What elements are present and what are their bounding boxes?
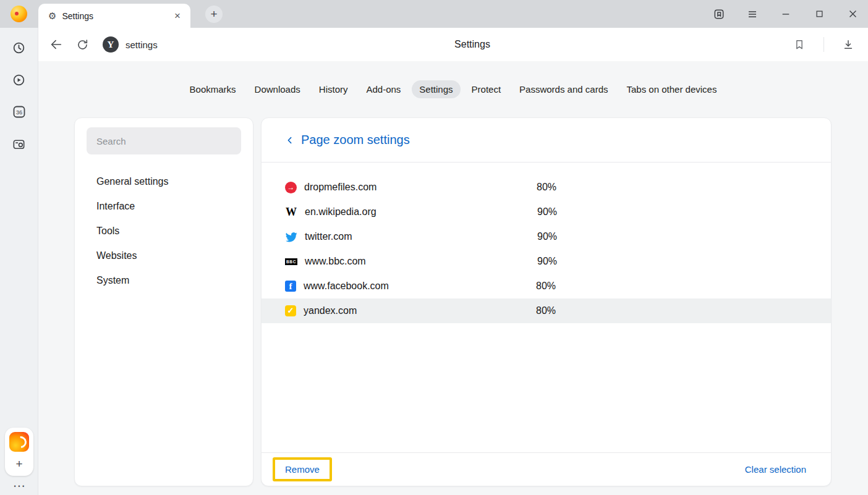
rail-more-icon[interactable]: ⋯ — [13, 481, 25, 490]
wikipedia-favicon: W — [285, 206, 297, 218]
toolbar-divider — [823, 37, 824, 52]
gear-icon: ⚙ — [48, 11, 56, 20]
panel-title: Page zoom settings — [301, 133, 410, 147]
selected-checkbox-icon: ✓ — [285, 305, 296, 316]
history-icon[interactable] — [7, 35, 32, 60]
settings-sections-panel: General settingsInterfaceToolsWebsitesSy… — [74, 117, 253, 486]
zoom-row-twitter-com[interactable]: twitter.com90% — [262, 224, 831, 249]
side-panel-icon[interactable] — [712, 7, 726, 21]
remove-button[interactable]: Remove — [285, 464, 320, 475]
settings-section-system[interactable]: System — [75, 268, 253, 293]
tab-strip: ⚙ Settings × + — [0, 0, 868, 28]
nav-tab-history[interactable]: History — [312, 80, 355, 98]
download-icon[interactable] — [839, 35, 857, 54]
rail-bottom-panel: + — [5, 428, 33, 476]
profile-avatar[interactable] — [11, 6, 27, 22]
zoom-value: 80% — [537, 182, 556, 193]
rail-add-icon[interactable]: + — [11, 456, 27, 472]
panel-header: Page zoom settings — [262, 118, 831, 163]
zoom-value: 80% — [536, 305, 556, 316]
clear-selection-button[interactable]: Clear selection — [745, 464, 806, 475]
site-name: www.facebook.com — [304, 281, 536, 292]
settings-nav-tabs: BookmarksDownloadsHistoryAdd-onsSettings… — [38, 80, 868, 98]
screenshot-icon[interactable] — [7, 132, 32, 156]
tab-close-icon[interactable]: × — [171, 9, 184, 23]
side-rail: 36 + ⋯ — [0, 28, 38, 495]
new-tab-button[interactable]: + — [205, 6, 223, 23]
settings-section-websites[interactable]: Websites — [75, 243, 253, 268]
video-icon[interactable] — [7, 67, 32, 92]
zoom-value: 90% — [537, 256, 557, 267]
site-name: twitter.com — [305, 231, 537, 242]
site-badge-icon: Y — [103, 36, 119, 53]
nav-tab-settings[interactable]: Settings — [412, 80, 460, 98]
settings-section-tools[interactable]: Tools — [75, 219, 253, 243]
nav-tab-downloads[interactable]: Downloads — [247, 80, 308, 98]
site-name: en.wikipedia.org — [305, 206, 537, 218]
site-name: dropmefiles.com — [304, 182, 537, 193]
svg-text:36: 36 — [15, 109, 22, 116]
menu-icon[interactable] — [746, 7, 759, 21]
settings-section-general-settings[interactable]: General settings — [75, 169, 253, 194]
zoom-value: 90% — [537, 206, 557, 218]
zoom-row-yandex-com[interactable]: ✓yandex.com80% — [262, 298, 831, 323]
reload-icon[interactable] — [73, 35, 91, 54]
browser-tab-settings[interactable]: ⚙ Settings × — [38, 4, 190, 28]
zoom-site-list: →dropmefiles.com80%Wen.wikipedia.org90%t… — [262, 163, 831, 323]
toolbar-page-title: Settings — [77, 28, 868, 61]
address-chip[interactable]: Y settings — [103, 36, 158, 53]
minimize-icon[interactable] — [779, 7, 793, 21]
zoom-value: 80% — [536, 281, 556, 292]
facebook-favicon: f — [285, 281, 296, 292]
back-to-websites-link[interactable]: Page zoom settings — [285, 133, 410, 147]
window-close-icon[interactable] — [846, 7, 859, 21]
remove-highlight-box: Remove — [273, 457, 332, 481]
maximize-icon[interactable] — [812, 7, 826, 21]
zoom-value: 90% — [537, 231, 557, 242]
dropmefiles-favicon: → — [285, 182, 297, 193]
bookmark-flag-icon[interactable] — [790, 35, 809, 54]
panel-footer: Remove Clear selection — [262, 452, 831, 486]
settings-page: BookmarksDownloadsHistoryAdd-onsSettings… — [38, 61, 868, 495]
nav-tab-tabs-on-other-devices[interactable]: Tabs on other devices — [619, 80, 725, 98]
tab-counter-icon[interactable]: 36 — [7, 99, 32, 124]
nav-tab-add-ons[interactable]: Add-ons — [359, 80, 408, 98]
nav-tab-protect[interactable]: Protect — [464, 80, 509, 98]
zoom-row-www-bbc-com[interactable]: BBCwww.bbc.com90% — [262, 249, 831, 274]
back-icon[interactable] — [47, 35, 66, 54]
search-input[interactable] — [87, 127, 241, 154]
tab-title: Settings — [62, 11, 171, 21]
chevron-left-icon — [285, 135, 295, 145]
twitter-favicon — [285, 231, 297, 243]
settings-section-interface[interactable]: Interface — [75, 194, 253, 219]
zoom-row-en-wikipedia-org[interactable]: Wen.wikipedia.org90% — [262, 200, 831, 224]
url-text: settings — [126, 40, 158, 50]
site-name: yandex.com — [304, 305, 536, 316]
nav-tab-bookmarks[interactable]: Bookmarks — [182, 80, 244, 98]
settings-section-list: General settingsInterfaceToolsWebsitesSy… — [75, 169, 253, 293]
browser-toolbar: Y settings Settings — [38, 28, 868, 61]
site-name: www.bbc.com — [305, 256, 537, 267]
bbc-favicon: BBC — [285, 255, 297, 268]
page-zoom-panel: Page zoom settings →dropmefiles.com80%We… — [261, 117, 832, 486]
zoom-row-www-facebook-com[interactable]: fwww.facebook.com80% — [262, 274, 831, 298]
yandex-browser-logo-icon[interactable] — [9, 432, 29, 452]
nav-tab-passwords-and-cards[interactable]: Passwords and cards — [512, 80, 615, 98]
zoom-row-dropmefiles-com[interactable]: →dropmefiles.com80% — [262, 175, 831, 200]
